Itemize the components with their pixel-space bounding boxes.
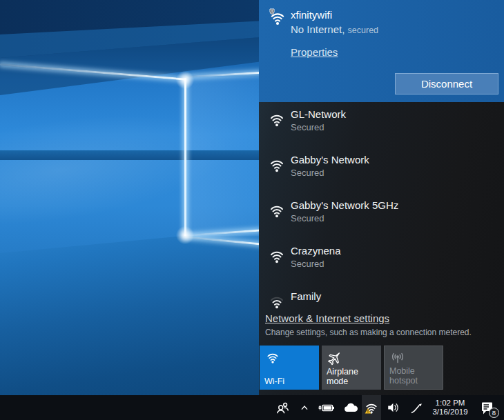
- network-security-label: Secured: [291, 259, 324, 269]
- connected-status-primary: No Internet,: [291, 23, 345, 35]
- disconnect-button[interactable]: Disconnect: [395, 73, 498, 94]
- wifi-icon: [268, 110, 286, 128]
- quick-actions: Wi-Fi Airplane mode: [260, 346, 443, 390]
- network-settings-link[interactable]: Network & Internet settings: [265, 312, 500, 324]
- taskbar-clock[interactable]: 1:02 PM 3/16/2019: [428, 395, 472, 420]
- show-hidden-icons-button[interactable]: [294, 395, 315, 420]
- people-icon: [275, 400, 290, 415]
- airplane-icon: [327, 350, 343, 366]
- volume-tray-button[interactable]: [381, 395, 405, 420]
- people-button[interactable]: [271, 395, 294, 420]
- network-row-gl-network[interactable]: GL-Network Secured: [259, 102, 504, 148]
- wifi-icon: [268, 156, 286, 174]
- clock-date: 3/16/2019: [432, 408, 467, 417]
- network-row-gabbys-network[interactable]: Gabby's Network Secured: [259, 148, 504, 193]
- pen-icon: [409, 400, 424, 415]
- wifi-warning-icon: [364, 400, 379, 415]
- network-settings-section: Network & Internet settings Change setti…: [265, 312, 500, 337]
- network-security-label: Secured: [291, 213, 324, 223]
- wifi-icon: [268, 201, 286, 219]
- volume-icon: [385, 400, 400, 415]
- wifi-warning-shield-icon: [268, 8, 287, 27]
- wifi-icon: [268, 247, 286, 265]
- network-settings-hint: Change settings, such as making a connec…: [265, 328, 500, 337]
- system-tray: 1:02 PM 3/16/2019 8: [271, 395, 501, 420]
- wallpaper-glow: [175, 70, 195, 90]
- network-row-family[interactable]: Family: [259, 284, 504, 312]
- network-name: GL-Network: [291, 108, 346, 120]
- action-center-button[interactable]: 8: [472, 395, 501, 420]
- wifi-weak-icon: [268, 292, 286, 310]
- airplane-mode-tile-label: Airplane mode: [327, 367, 381, 386]
- network-name: Family: [291, 290, 321, 302]
- hotspot-icon: [389, 350, 406, 366]
- network-row-crazynena[interactable]: Crazynena Secured: [259, 239, 504, 284]
- properties-link[interactable]: Properties: [291, 46, 338, 58]
- windows-ink-button[interactable]: [405, 395, 428, 420]
- clock-time: 1:02 PM: [432, 399, 467, 408]
- desktop-screen: xfinitywifi No Internet, secured Propert…: [0, 0, 504, 420]
- battery-tray-button[interactable]: [315, 395, 338, 420]
- chevron-up-icon: [299, 402, 310, 413]
- mobile-hotspot-tile[interactable]: Mobile hotspot: [384, 346, 443, 390]
- onedrive-tray-button[interactable]: [338, 395, 362, 420]
- wifi-toggle-tile[interactable]: Wi-Fi: [260, 346, 319, 390]
- network-security-label: Secured: [291, 168, 324, 178]
- airplane-mode-tile[interactable]: Airplane mode: [322, 346, 381, 390]
- network-security-label: Secured: [291, 122, 324, 132]
- notification-count-badge: 8: [489, 408, 499, 418]
- network-name: Crazynena: [291, 245, 341, 257]
- network-name: Gabby's Network 5GHz: [291, 199, 398, 211]
- wifi-icon: [264, 350, 281, 365]
- onedrive-cloud-icon: [342, 401, 358, 414]
- wifi-tray-button[interactable]: [362, 395, 381, 420]
- network-list: GL-Network Secured Gabby's Network Secur…: [259, 102, 504, 312]
- taskbar: 1:02 PM 3/16/2019 8: [0, 395, 504, 420]
- wallpaper-glow: [175, 225, 195, 246]
- battery-charging-icon: [318, 400, 336, 415]
- connected-network-panel[interactable]: xfinitywifi No Internet, secured Propert…: [259, 0, 504, 102]
- connected-status-secondary: secured: [348, 26, 378, 35]
- connected-ssid: xfinitywifi: [291, 9, 332, 21]
- wifi-tile-label: Wi-Fi: [264, 377, 284, 386]
- network-name: Gabby's Network: [291, 154, 369, 166]
- connected-status: No Internet, secured: [291, 23, 378, 35]
- mobile-hotspot-tile-label: Mobile hotspot: [389, 366, 443, 386]
- network-row-gabbys-network-5ghz[interactable]: Gabby's Network 5GHz Secured: [259, 193, 504, 239]
- wifi-network-flyout: xfinitywifi No Internet, secured Propert…: [259, 0, 504, 395]
- wallpaper-light-edge-vertical: [184, 78, 186, 236]
